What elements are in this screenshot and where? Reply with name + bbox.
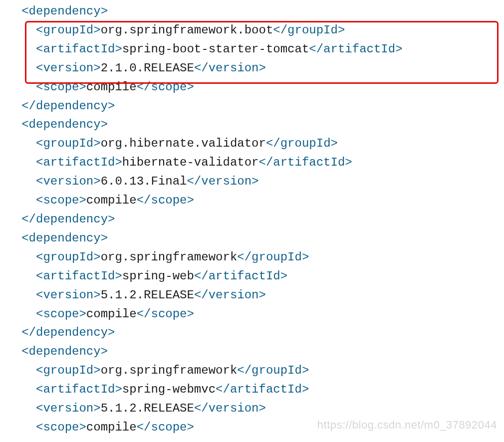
tag-scope-open: <scope>	[36, 421, 86, 434]
indent	[0, 345, 21, 358]
code-line: </dependency>	[0, 323, 504, 342]
tag-dependency-open: <dependency>	[21, 345, 108, 358]
code-line: </dependency>	[0, 210, 504, 229]
indent	[0, 42, 36, 56]
tag-groupid-close: </groupId>	[273, 23, 345, 37]
indent	[0, 118, 21, 131]
indent	[0, 250, 36, 264]
tag-artifactid-close: </artifactId>	[309, 42, 402, 56]
code-line: <version>5.1.2.RELEASE</version>	[0, 399, 504, 418]
tag-version-close: </version>	[187, 175, 258, 188]
tag-version-open: <version>	[36, 175, 101, 188]
code-line: <scope>compile</scope>	[0, 418, 504, 437]
tag-version-open: <version>	[36, 61, 101, 75]
scope-value: compile	[86, 194, 137, 207]
code-line: <artifactId>spring-webmvc</artifactId>	[0, 380, 504, 399]
tag-dependency-open: <dependency>	[21, 118, 108, 131]
code-line: <version>6.0.13.Final</version>	[0, 172, 504, 191]
tag-scope-open: <scope>	[36, 307, 86, 321]
code-line: <version>2.1.0.RELEASE</version>	[0, 59, 504, 78]
indent	[0, 213, 21, 226]
indent	[0, 61, 36, 75]
groupid-value: org.springframework.boot	[101, 23, 273, 37]
code-line: <artifactId>hibernate-validator</artifac…	[0, 153, 504, 172]
tag-dependency-open: <dependency>	[21, 231, 108, 245]
tag-version-open: <version>	[36, 288, 101, 302]
artifactid-value: spring-boot-starter-tomcat	[122, 42, 309, 56]
tag-groupid-open: <groupId>	[36, 364, 101, 377]
code-line: <version>5.1.2.RELEASE</version>	[0, 286, 504, 305]
indent	[0, 269, 36, 283]
scope-value: compile	[86, 307, 137, 321]
code-line: <groupId>org.hibernate.validator</groupI…	[0, 134, 504, 153]
code-line: <dependency>	[0, 229, 504, 248]
tag-groupid-open: <groupId>	[36, 137, 101, 150]
indent	[0, 383, 36, 396]
tag-dependency-close: </dependency>	[21, 213, 115, 226]
code-line: <groupId>org.springframework</groupId>	[0, 361, 504, 380]
version-value: 2.1.0.RELEASE	[101, 61, 194, 75]
indent	[0, 326, 21, 339]
version-value: 5.1.2.RELEASE	[101, 402, 194, 415]
code-line: <dependency>	[0, 342, 504, 361]
tag-artifactid-close: </artifactId>	[259, 156, 352, 169]
code-line: <artifactId>spring-web</artifactId>	[0, 267, 504, 286]
tag-artifactid-close: </artifactId>	[194, 269, 287, 283]
groupid-value: org.springframework	[101, 250, 238, 264]
tag-scope-close: </scope>	[137, 80, 194, 94]
indent	[0, 194, 36, 207]
indent	[0, 80, 36, 94]
indent	[0, 137, 36, 150]
code-line: <scope>compile</scope>	[0, 78, 504, 97]
tag-groupid-close: </groupId>	[237, 250, 309, 264]
groupid-value: org.hibernate.validator	[101, 137, 266, 150]
tag-version-close: </version>	[194, 288, 266, 302]
code-line: <groupId>org.springframework</groupId>	[0, 248, 504, 267]
tag-groupid-open: <groupId>	[36, 23, 101, 37]
artifactid-value: spring-webmvc	[122, 383, 216, 396]
tag-artifactid-open: <artifactId>	[36, 383, 122, 396]
code-line: <artifactId>spring-boot-starter-tomcat</…	[0, 40, 504, 59]
scope-value: compile	[86, 421, 137, 434]
version-value: 6.0.13.Final	[101, 175, 187, 188]
tag-groupid-close: </groupId>	[266, 137, 338, 150]
code-line: <scope>compile</scope>	[0, 191, 504, 210]
code-line: </dependency>	[0, 97, 504, 116]
tag-version-close: </version>	[194, 61, 266, 75]
tag-scope-close: </scope>	[137, 421, 194, 434]
indent	[0, 288, 36, 302]
indent	[0, 402, 36, 415]
tag-scope-open: <scope>	[36, 80, 86, 94]
indent	[0, 307, 36, 321]
tag-artifactid-open: <artifactId>	[36, 156, 122, 169]
tag-version-open: <version>	[36, 402, 101, 415]
tag-version-close: </version>	[194, 402, 266, 415]
indent	[0, 364, 36, 377]
tag-groupid-close: </groupId>	[237, 364, 309, 377]
indent	[0, 99, 21, 113]
code-line: <dependency>	[0, 2, 504, 21]
tag-artifactid-close: </artifactId>	[216, 383, 309, 396]
indent	[0, 156, 36, 169]
tag-groupid-open: <groupId>	[36, 250, 101, 264]
indent	[0, 421, 36, 434]
artifactid-value: hibernate-validator	[122, 156, 259, 169]
indent	[0, 175, 36, 188]
tag-scope-close: </scope>	[137, 194, 194, 207]
tag-dependency-open: <dependency>	[21, 4, 108, 18]
artifactid-value: spring-web	[122, 269, 194, 283]
tag-artifactid-open: <artifactId>	[36, 269, 122, 283]
code-line: <dependency>	[0, 115, 504, 134]
scope-value: compile	[86, 80, 137, 94]
tag-dependency-close: </dependency>	[21, 326, 115, 339]
indent	[0, 4, 21, 18]
tag-scope-close: </scope>	[137, 307, 194, 321]
tag-dependency-close: </dependency>	[21, 99, 115, 113]
code-line: <groupId>org.springframework.boot</group…	[0, 21, 504, 40]
tag-scope-open: <scope>	[36, 194, 86, 207]
indent	[0, 231, 21, 245]
code-block: <dependency> <groupId>org.springframewor…	[0, 0, 504, 437]
version-value: 5.1.2.RELEASE	[101, 288, 194, 302]
tag-artifactid-open: <artifactId>	[36, 42, 122, 56]
groupid-value: org.springframework	[101, 364, 238, 377]
